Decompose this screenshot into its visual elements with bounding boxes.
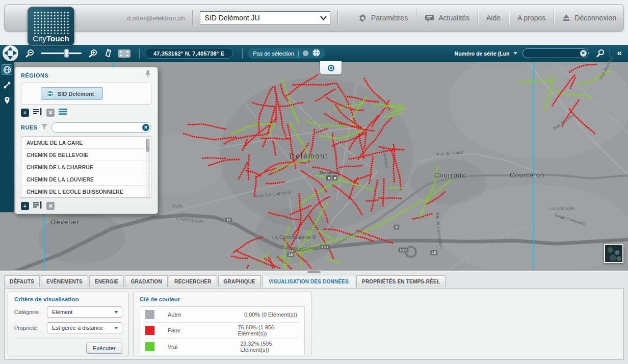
rename-street-icon[interactable]: [33, 201, 43, 211]
selection-circle-icon[interactable]: [303, 50, 308, 56]
tab-visualisation-des-donnees[interactable]: VISUALISATION DES DONNÉES: [262, 275, 355, 288]
filter-icon[interactable]: [41, 123, 48, 132]
road-shield: 6: [394, 224, 400, 230]
color-key-label: Vrai: [168, 344, 240, 350]
logo-dot-grid: [33, 11, 69, 34]
search-icon[interactable]: [596, 49, 605, 58]
menu-label: Actualités: [438, 14, 469, 22]
serial-search-input[interactable]: [527, 50, 580, 57]
bottom-tabs: DÉFAUTSEVÈNEMENTSENERGIEGRADATIONRECHERC…: [4, 275, 447, 287]
road-shield: E27: [320, 244, 330, 250]
tab-graphique[interactable]: GRAPHIQUE: [218, 275, 261, 287]
station-icon: [332, 175, 337, 180]
collapse-panel-button[interactable]: «: [617, 48, 621, 58]
map-viewport[interactable]: DevelierDelémontCourrouxCourcelonLa Sche…: [0, 62, 628, 270]
menu-button-actualites[interactable]: Actualités: [417, 9, 477, 27]
chevron-down-icon: [114, 327, 118, 331]
bottom-panel: DÉFAUTSEVÈNEMENTSENERGIEGRADATIONRECHERC…: [0, 270, 628, 364]
color-swatch: [145, 310, 154, 319]
logo-text: CityTouch: [33, 34, 69, 43]
rues-filter-box[interactable]: ✕: [51, 122, 151, 133]
pin-icon[interactable]: [2, 95, 12, 106]
panel-resize-handle[interactable]: [0, 271, 628, 273]
tab-defauts[interactable]: DÉFAUTS: [4, 275, 40, 287]
menu-button-deconnexion[interactable]: Déconnexion: [555, 9, 623, 27]
zoom-slider-thumb[interactable]: [64, 49, 69, 58]
rues-filter-input[interactable]: [56, 124, 142, 131]
tab-energie[interactable]: ENERGIE: [89, 275, 124, 287]
region-button[interactable]: SID Delémont: [41, 87, 103, 100]
clear-search-icon[interactable]: ✕: [580, 50, 587, 57]
menu-button-a-propos[interactable]: A propos: [510, 9, 553, 27]
color-key-row-faux: Faux76,68% (1 956 Elément(s)): [145, 323, 299, 339]
tab-rechercher[interactable]: RECHERCHER: [169, 275, 217, 287]
property-label: Propriété: [14, 325, 47, 331]
category-dropdown[interactable]: Elément: [47, 306, 122, 318]
pan-control[interactable]: [3, 45, 18, 61]
selection-label: Pas de sélection: [253, 50, 294, 57]
category-value: Elément: [52, 309, 72, 315]
serial-search-box[interactable]: ✕: [522, 48, 589, 58]
link-icon[interactable]: [2, 80, 12, 90]
globe-icon: [46, 90, 54, 97]
extent-select-icon[interactable]: [118, 49, 131, 58]
zoom-out-icon[interactable]: [24, 49, 35, 58]
delete-street-icon[interactable]: ✕: [46, 202, 55, 210]
header-divider: [192, 10, 193, 25]
regions-actions: + ✕: [21, 108, 151, 117]
pin-panel-icon[interactable]: [144, 70, 151, 80]
street-item-chemin-de-bellevoie[interactable]: CHEMIN DE BELLEVOIE: [21, 149, 151, 161]
eject-icon: [562, 14, 570, 22]
search-field-dropdown[interactable]: Numéro de série (Lun: [455, 50, 517, 57]
road-shield: 16: [286, 252, 295, 257]
label-tag-icon[interactable]: [104, 49, 112, 58]
region-select[interactable]: SID Delémont JU: [200, 11, 331, 25]
add-region-icon[interactable]: +: [21, 109, 29, 117]
pan-left-icon: [4, 50, 8, 56]
execute-button[interactable]: Exécuter: [86, 343, 122, 354]
scrollbar-thumb[interactable]: [146, 139, 149, 152]
tab-gradation[interactable]: GRADATION: [125, 275, 168, 287]
map-locate-button[interactable]: [320, 61, 342, 74]
toolbar-divider: [610, 48, 610, 59]
zoom-slider[interactable]: [41, 53, 82, 54]
color-swatch: [145, 342, 154, 351]
regions-panel: RÉGIONS SID Delémont + ✕ RUES: [14, 67, 158, 214]
menu-button-parametres[interactable]: Paramètres: [351, 9, 415, 27]
globe-icon[interactable]: [2, 64, 12, 75]
color-key-list: Autre0,00% (0 Elément(s))Faux76,68% (1 9…: [140, 306, 305, 355]
search-field-label: Numéro de série (Lun: [455, 50, 510, 57]
tab-content: Critère de visualisation Catégorie Eléme…: [4, 288, 624, 360]
rues-title: RUES: [21, 124, 38, 131]
street-item-avenue-de-la-gare[interactable]: AVENUE DE LA GARE: [21, 137, 151, 149]
street-item-chemin-de-la-charrue[interactable]: CHEMIN DE LA CHARRUE: [21, 161, 151, 173]
add-street-icon[interactable]: +: [21, 202, 29, 210]
delete-region-icon[interactable]: ✕: [46, 109, 55, 117]
menu-button-aide[interactable]: Aide: [479, 9, 508, 27]
street-item-chemin-de-l-ecole-buissonniere[interactable]: CHEMIN DE L'ECOLE BUISSONNIERE: [21, 186, 151, 198]
satellite-view-toggle[interactable]: [604, 244, 623, 263]
selection-status: Pas de sélection: [248, 48, 325, 59]
color-key-box: Clé de couleur Autre0,00% (0 Elément(s))…: [133, 292, 311, 356]
street-list-scrollbar[interactable]: [146, 138, 150, 198]
property-dropdown[interactable]: Est gérée à distance: [47, 322, 122, 333]
tab-evenements[interactable]: EVÈNEMENTS: [41, 275, 88, 287]
tab-proprietes-en-temps-reel[interactable]: PROPRIÉTÉS EN TEMPS-RÉEL: [356, 275, 446, 287]
clear-filter-icon[interactable]: ✕: [142, 124, 149, 131]
gear-icon: [358, 14, 367, 22]
color-swatch: [145, 326, 154, 335]
center-selection-icon[interactable]: [312, 49, 320, 58]
category-label: Catégorie: [14, 309, 47, 315]
header-divider: [478, 10, 478, 25]
zoom-in-icon[interactable]: [88, 49, 98, 58]
rues-header: RUES ✕: [21, 122, 151, 133]
color-key-value: 23,32% (595 Elément(s)): [240, 341, 299, 353]
region-menu-icon[interactable]: [58, 108, 67, 117]
street-item-chemin-de-la-louviere[interactable]: CHEMIN DE LA LOUVIERE: [21, 173, 151, 186]
color-key-row-autre: Autre0,00% (0 Elément(s)): [145, 307, 299, 323]
coordinates-display: 47,353162° N, 7,405738° E: [145, 48, 233, 59]
map-toolbar: 47,353162° N, 7,405738° E Pas de sélecti…: [0, 45, 628, 62]
header-divider: [509, 10, 509, 25]
rename-region-icon[interactable]: [33, 108, 43, 118]
chevron-down-icon: [320, 16, 327, 20]
